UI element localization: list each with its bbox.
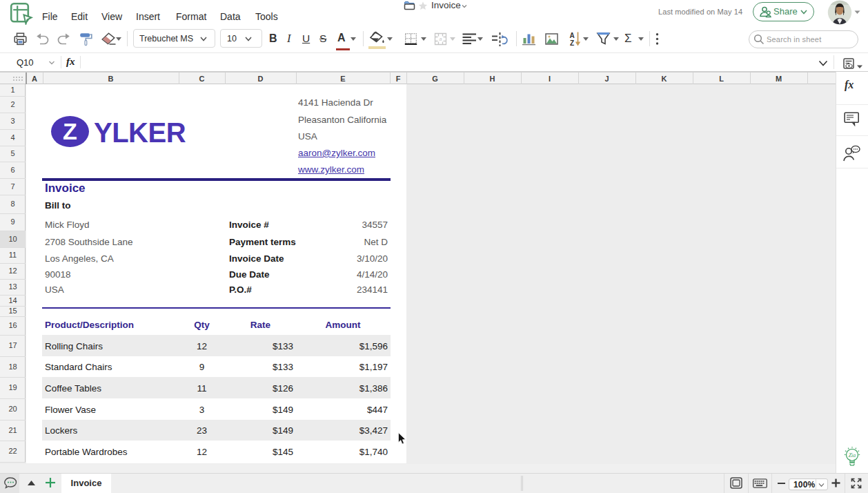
svg-text:Z: Z — [570, 39, 574, 47]
svg-text:Zia: Zia — [849, 452, 856, 458]
svg-text:A: A — [569, 32, 574, 39]
svg-text:a: a — [440, 37, 442, 41]
